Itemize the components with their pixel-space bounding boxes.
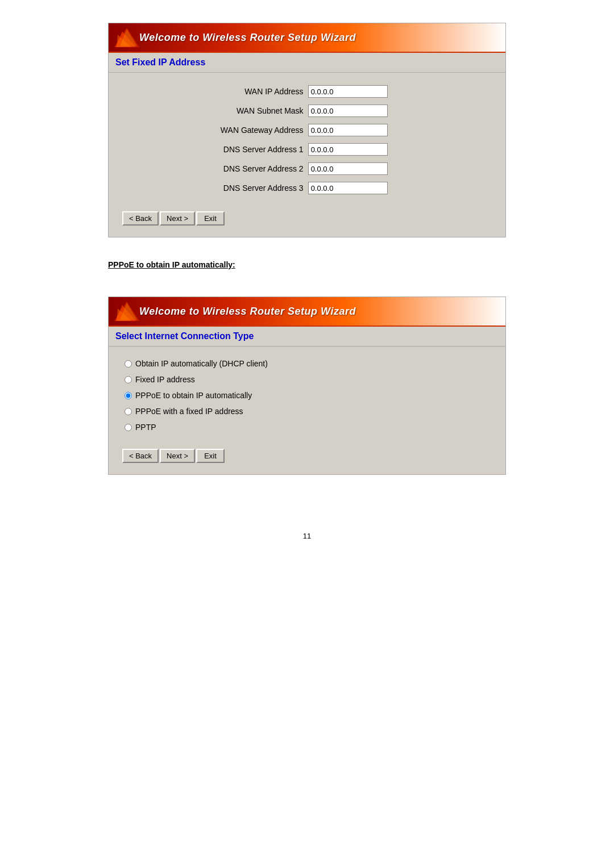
fixed-ip-form: WAN IP Address WAN Subnet Mask WAN Gatew… — [120, 82, 494, 198]
field-input-5[interactable] — [308, 182, 388, 194]
form-row: WAN Gateway Address — [120, 120, 494, 140]
radio-input-opt4[interactable] — [125, 408, 132, 415]
radio-label-opt2: Fixed IP address — [135, 375, 195, 384]
panel1-back-button[interactable]: < Back — [122, 211, 159, 226]
field-input-cell-3 — [306, 140, 484, 159]
field-label-1: WAN Subnet Mask — [120, 101, 306, 120]
wizard-header-title-1: Welcome to Wireless Router Setup Wizard — [139, 32, 356, 44]
radio-label-opt1: Obtain IP automatically (DHCP client) — [135, 359, 268, 368]
panel2-exit-button[interactable]: Exit — [196, 449, 225, 463]
field-input-cell-0 — [306, 82, 484, 101]
field-label-2: WAN Gateway Address — [120, 120, 306, 140]
form-row: WAN IP Address — [120, 82, 494, 101]
panel2-next-button[interactable]: Next > — [160, 449, 195, 463]
form-row: DNS Server Address 1 — [120, 140, 494, 159]
wizard-header-2: Welcome to Wireless Router Setup Wizard — [109, 297, 505, 327]
radio-label-opt4: PPPoE with a fixed IP address — [135, 407, 243, 416]
field-label-4: DNS Server Address 2 — [120, 159, 306, 178]
form-row: WAN Subnet Mask — [120, 101, 494, 120]
panel2-button-row: < Back Next > Exit — [120, 444, 494, 465]
field-input-cell-4 — [306, 159, 484, 178]
radio-option-opt4[interactable]: PPPoE with a fixed IP address — [120, 403, 494, 419]
radio-label-opt5: PPTP — [135, 423, 156, 432]
field-input-0[interactable] — [308, 85, 388, 98]
page-number: 11 — [108, 532, 506, 540]
router-logo-icon-2 — [114, 301, 139, 322]
radio-input-opt2[interactable] — [125, 376, 132, 383]
radio-input-opt3[interactable] — [125, 392, 132, 399]
field-input-3[interactable] — [308, 143, 388, 156]
field-input-cell-1 — [306, 101, 484, 120]
wizard-header-1: Welcome to Wireless Router Setup Wizard — [109, 23, 505, 53]
section-title-2: Select Internet Connection Type — [109, 327, 505, 347]
page-content: Welcome to Wireless Router Setup Wizard … — [108, 23, 506, 540]
field-label-0: WAN IP Address — [120, 82, 306, 101]
field-input-1[interactable] — [308, 105, 388, 117]
wizard-header-title-2: Welcome to Wireless Router Setup Wizard — [139, 306, 356, 318]
radio-input-opt1[interactable] — [125, 360, 132, 368]
panel1-body: WAN IP Address WAN Subnet Mask WAN Gatew… — [109, 73, 505, 237]
field-input-2[interactable] — [308, 124, 388, 136]
radio-input-opt5[interactable] — [125, 424, 132, 431]
section-title-1: Set Fixed IP Address — [109, 53, 505, 73]
panel1-next-button[interactable]: Next > — [160, 211, 195, 226]
field-input-cell-2 — [306, 120, 484, 140]
field-label-5: DNS Server Address 3 — [120, 178, 306, 198]
radio-option-opt3[interactable]: PPPoE to obtain IP automatically — [120, 387, 494, 403]
panel2-body: Obtain IP automatically (DHCP client) Fi… — [109, 347, 505, 474]
radio-option-opt2[interactable]: Fixed IP address — [120, 372, 494, 387]
fixed-ip-panel: Welcome to Wireless Router Setup Wizard … — [108, 23, 506, 237]
radio-option-opt1[interactable]: Obtain IP automatically (DHCP client) — [120, 356, 494, 372]
panel1-exit-button[interactable]: Exit — [196, 211, 225, 226]
form-row: DNS Server Address 2 — [120, 159, 494, 178]
connection-type-options: Obtain IP automatically (DHCP client) Fi… — [120, 356, 494, 435]
radio-option-opt5[interactable]: PPTP — [120, 419, 494, 435]
router-logo-icon — [114, 27, 139, 48]
field-input-4[interactable] — [308, 162, 388, 175]
radio-label-opt3: PPPoE to obtain IP automatically — [135, 391, 252, 400]
panel2-back-button[interactable]: < Back — [122, 449, 159, 463]
section2-label: PPPoE to obtain IP automatically: — [108, 260, 506, 269]
connection-type-panel: Welcome to Wireless Router Setup Wizard … — [108, 297, 506, 475]
form-row: DNS Server Address 3 — [120, 178, 494, 198]
field-input-cell-5 — [306, 178, 484, 198]
panel1-button-row: < Back Next > Exit — [120, 207, 494, 228]
field-label-3: DNS Server Address 1 — [120, 140, 306, 159]
